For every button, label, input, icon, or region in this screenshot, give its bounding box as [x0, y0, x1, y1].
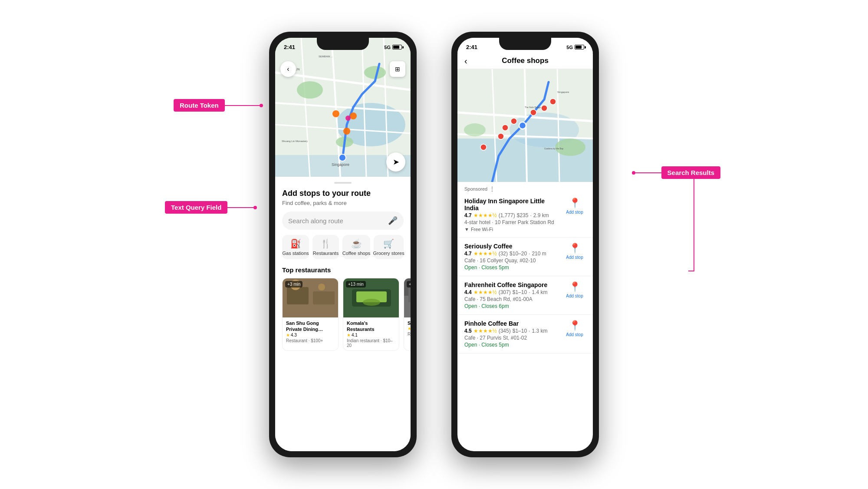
chip-gas-stations[interactable]: ⛽ Gas stations — [282, 235, 309, 259]
result-item-3: Fahrenheit Coffee Singapore 4.4 ★★★★½ (3… — [457, 276, 593, 315]
svg-point-48 — [502, 125, 508, 131]
chip-restaurants-label: Restaurants — [313, 251, 339, 256]
phone2-signal: 5G — [566, 45, 573, 50]
map1-back-button[interactable]: ‹ — [280, 61, 296, 77]
svg-point-14 — [343, 128, 350, 135]
restaurant-card-3-time: +9 min — [407, 281, 411, 287]
phone1-bottom-sheet: Add stops to your route Find coffee, par… — [275, 177, 411, 451]
phone2-title: Coffee shops — [502, 56, 549, 65]
result-1-add-stop[interactable]: 📍 Add stop — [563, 198, 586, 215]
restaurant-card-3-info: Savo… ★ 4.7 Restau… · 3.7 k… — [404, 317, 411, 339]
result-4-add-stop[interactable]: 📍 Add stop — [563, 320, 586, 337]
svg-point-53 — [519, 122, 526, 129]
mic-icon[interactable]: 🎤 — [388, 216, 398, 225]
sponsored-label: Sponsored ⋮ — [457, 182, 593, 192]
result-2-name: Seriously Coffee — [464, 243, 559, 250]
svg-point-52 — [550, 99, 556, 105]
svg-point-31 — [363, 299, 380, 306]
result-2-open: Open · Closes 5pm — [464, 264, 559, 271]
result-2-rating: 4.7 ★★★★½ (32) $10–20 · 210 m — [464, 251, 559, 257]
map1-layers-button[interactable]: ⊞ — [390, 61, 405, 77]
result-4-rating: 4.5 ★★★★½ (345) $1–10 · 1.3 km — [464, 328, 559, 334]
restaurant-card-1-image: +3 min — [283, 278, 338, 317]
add-stop-2-label: Add stop — [566, 255, 583, 260]
phone2-notch — [499, 38, 551, 50]
phone2-map: Singapore The Helix Bridge Gardens by th… — [457, 69, 593, 182]
restaurant-cards: +3 min San Shu Gong Private Dining… ★ 4.… — [275, 278, 411, 351]
restaurant-card-3[interactable]: +9 min Savo… ★ 4.7 Restau… · 3.7 k… — [404, 278, 411, 351]
svg-text:Singapore: Singapore — [557, 91, 569, 93]
result-3-rating: 4.4 ★★★★½ (307) $1–10 · 1.4 km — [464, 289, 559, 295]
grocery-icon: 🛒 — [383, 238, 394, 249]
add-stop-1-label: Add stop — [566, 210, 583, 215]
restaurant-card-2-name: Komala's Restaurants — [347, 320, 395, 333]
svg-rect-34 — [408, 287, 411, 302]
svg-point-47 — [498, 133, 504, 139]
restaurant-card-1-name: San Shu Gong Private Dining… — [286, 320, 335, 333]
result-1-name: Holiday Inn Singapore Little India — [464, 198, 559, 211]
svg-point-15 — [350, 112, 357, 119]
svg-point-22 — [339, 154, 346, 161]
coffee-icon: ☕ — [351, 238, 362, 249]
restaurant-card-1[interactable]: +3 min San Shu Gong Private Dining… ★ 4.… — [282, 278, 339, 351]
phone2-back-button[interactable]: ‹ — [464, 56, 467, 66]
result-3-name: Fahrenheit Coffee Singapore — [464, 281, 559, 288]
phone2-inner: 2:41 5G ‹ Coffee shops — [457, 38, 593, 451]
restaurant-card-2[interactable]: +13 min Komala's Restaurants ★ 4.1 India… — [343, 278, 399, 351]
result-1-rating: 4.7 ★★★★½ (1,777) $235 · 2.9 km — [464, 212, 559, 218]
result-1-tag: ▼ Free Wi-Fi — [464, 227, 559, 232]
svg-text:Singapore: Singapore — [332, 162, 349, 167]
result-item-1: Holiday Inn Singapore Little India 4.7 ★… — [457, 192, 593, 238]
route-token-annotation: Route Token — [174, 99, 225, 112]
add-stop-4-icon: 📍 — [569, 320, 581, 331]
add-stop-4-label: Add stop — [566, 332, 583, 337]
results-list: Sponsored ⋮ Holiday Inn Singapore Little… — [457, 182, 593, 451]
result-2-type: Cafe · 16 Collyer Quay, #02-10 — [464, 258, 559, 264]
svg-point-45 — [464, 123, 486, 136]
search-input[interactable]: Search along route — [288, 217, 385, 225]
chip-grocery-label: Grocery stores — [373, 251, 404, 256]
add-stop-3-icon: 📍 — [569, 281, 581, 293]
category-chips: ⛽ Gas stations 🍴 Restaurants ☕ Coffee sh… — [275, 235, 411, 266]
svg-point-49 — [511, 118, 517, 124]
restaurants-icon: 🍴 — [320, 238, 331, 249]
svg-point-10 — [297, 81, 323, 99]
chip-coffee-label: Coffee shops — [342, 251, 371, 256]
restaurant-card-3-meta: Restau… · 3.7 k… — [408, 332, 411, 337]
result-3-add-stop[interactable]: 📍 Add stop — [563, 281, 586, 298]
phone1-wrapper: Route Token Text Query Field 2:41 5G — [269, 32, 417, 457]
phones-wrapper: Route Token Text Query Field 2:41 5G — [269, 32, 599, 457]
chip-coffee[interactable]: ☕ Coffee shops — [342, 235, 370, 259]
section-title-restaurants: Top restaurants — [275, 266, 411, 278]
result-3-info: Fahrenheit Coffee Singapore 4.4 ★★★★½ (3… — [464, 281, 559, 309]
restaurant-card-3-rating: ★ 4.7 — [408, 326, 411, 331]
text-query-annotation: Text Query Field — [165, 201, 227, 214]
phone1-time: 2:41 — [284, 44, 295, 50]
result-2-add-stop[interactable]: 📍 Add stop — [563, 243, 586, 260]
search-bar[interactable]: Search along route 🎤 — [282, 211, 404, 230]
chip-grocery[interactable]: 🛒 Grocery stores — [374, 235, 404, 259]
search-results-annotation: Search Results — [661, 166, 720, 179]
restaurant-card-2-meta: Indian restaurant · $10–20 — [347, 338, 395, 348]
sheet1-handle — [334, 182, 352, 184]
phone1-inner: 2:41 5G — [275, 38, 411, 451]
result-4-name: Pinhole Coffee Bar — [464, 320, 559, 327]
result-1-info: Holiday Inn Singapore Little India 4.7 ★… — [464, 198, 559, 232]
restaurant-card-3-name: Savo… — [408, 320, 411, 326]
svg-point-13 — [332, 110, 339, 117]
svg-point-46 — [480, 144, 487, 150]
svg-text:The Helix Bridge: The Helix Bridge — [525, 106, 541, 109]
add-stop-1-icon: 📍 — [569, 198, 581, 209]
svg-text:SEMBAW...: SEMBAW... — [319, 55, 332, 58]
phone2: 2:41 5G ‹ Coffee shops — [451, 32, 599, 457]
restaurant-card-2-time: +13 min — [346, 281, 366, 287]
result-1-type: 4-star hotel · 10 Farrer Park Station Rd — [464, 219, 559, 225]
sponsored-menu-icon[interactable]: ⋮ — [489, 185, 495, 192]
map1-nav-button[interactable]: ➤ — [386, 152, 405, 172]
restaurant-card-2-image: +13 min — [343, 278, 399, 317]
chip-restaurants[interactable]: 🍴 Restaurants — [312, 235, 339, 259]
svg-point-51 — [541, 105, 547, 111]
svg-point-21 — [345, 116, 351, 121]
svg-point-50 — [530, 109, 536, 116]
sheet1-title: Add stops to your route — [275, 189, 411, 200]
